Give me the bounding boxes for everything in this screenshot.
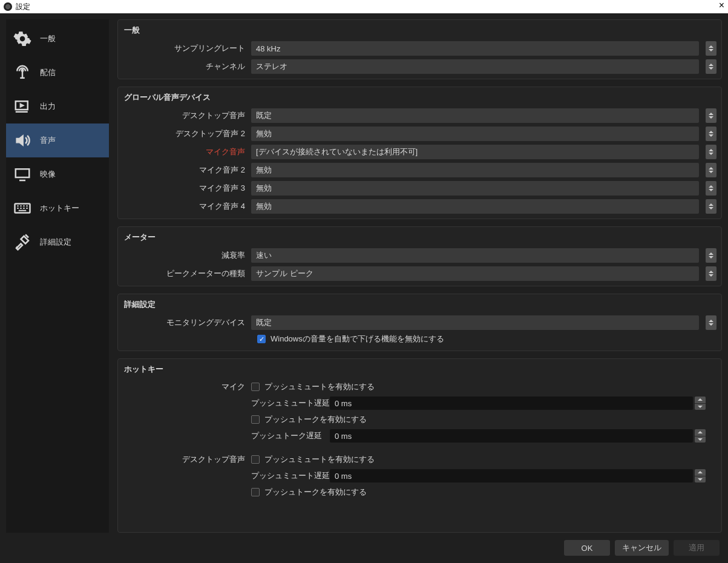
keyboard-icon: [12, 199, 33, 217]
monitor-icon: [12, 165, 33, 183]
desktop-audio-2-select[interactable]: 無効: [251, 127, 699, 141]
group-global-audio: グローバル音声デバイス デスクトップ音声 既定 デスクトップ音声 2 無効 マイ…: [117, 87, 722, 219]
monitoring-device-label: モニタリングデバイス: [118, 317, 251, 328]
group-title: メーター: [118, 227, 721, 246]
desktop-push-talk-checkbox[interactable]: [251, 488, 260, 496]
desktop-push-talk-enable-label: プッシュトークを有効にする: [264, 487, 367, 498]
spinner[interactable]: [706, 108, 717, 123]
group-meter: メーター 減衰率 速い ピークメーターの種類 サンプル ピーク: [117, 226, 722, 286]
titlebar: 設定 ×: [0, 0, 728, 13]
sidebar-item-video[interactable]: 映像: [6, 157, 109, 191]
close-icon[interactable]: ×: [719, 0, 724, 11]
mic-push-talk-delay-input[interactable]: 0 ms: [330, 429, 693, 443]
sidebar-item-advanced[interactable]: 詳細設定: [6, 225, 109, 259]
content-area: 一般 サンプリングレート 48 kHz チャンネル ステレオ グローバル音声デバ…: [117, 19, 722, 533]
group-title: ホットキー: [118, 359, 721, 378]
sidebar-item-label: 詳細設定: [40, 237, 71, 248]
mic-audio-1-label: マイク音声: [118, 147, 251, 157]
sidebar-item-hotkeys[interactable]: ホットキー: [6, 191, 109, 225]
decay-rate-label: 減衰率: [118, 250, 251, 261]
spinner[interactable]: [706, 145, 717, 159]
desktop-audio-1-select[interactable]: 既定: [251, 108, 699, 123]
group-title: 詳細設定: [118, 294, 721, 314]
mic-push-mute-delay-input[interactable]: 0 ms: [330, 397, 693, 410]
mic-push-talk-delay-spinner[interactable]: [695, 429, 706, 443]
ok-button[interactable]: OK: [564, 540, 610, 556]
group-general: 一般 サンプリングレート 48 kHz チャンネル ステレオ: [117, 19, 722, 79]
mic-audio-3-label: マイク音声 3: [118, 183, 251, 194]
tools-icon: [12, 233, 33, 251]
mic-audio-2-select[interactable]: 無効: [251, 163, 699, 177]
obs-logo-icon: [4, 2, 12, 11]
apply-button: 適用: [674, 540, 720, 556]
sidebar-item-label: 映像: [40, 169, 56, 180]
mic-push-talk-enable-label: プッシュトークを有効にする: [264, 414, 367, 425]
sidebar-item-general[interactable]: 一般: [6, 22, 109, 56]
sidebar-item-audio[interactable]: 音声: [6, 123, 109, 157]
mic-audio-2-label: マイク音声 2: [118, 165, 251, 176]
window-title: 設定: [16, 2, 30, 12]
mic-push-mute-delay-spinner[interactable]: [695, 397, 706, 410]
gear-icon: [12, 30, 33, 48]
sidebar-item-output[interactable]: 出力: [6, 90, 109, 123]
desktop-push-mute-checkbox[interactable]: [251, 455, 260, 464]
desktop-audio-1-label: デスクトップ音声: [118, 110, 251, 121]
monitoring-device-select[interactable]: 既定: [251, 315, 699, 330]
mic-audio-1-select[interactable]: [デバイスが接続されていないまたは利用不可]: [251, 145, 699, 159]
desktop-push-mute-delay-spinner[interactable]: [695, 469, 706, 482]
decay-rate-select[interactable]: 速い: [251, 248, 699, 263]
cancel-button[interactable]: キャンセル: [615, 540, 669, 556]
desktop-push-mute-delay-label: プッシュミュート遅延: [251, 470, 330, 481]
channel-label: チャンネル: [118, 61, 251, 72]
spinner[interactable]: [706, 199, 717, 214]
sidebar-item-label: 一般: [40, 33, 56, 44]
desktop-audio-2-label: デスクトップ音声 2: [118, 128, 251, 139]
sampling-rate-label: サンプリングレート: [118, 43, 251, 54]
group-title: グローバル音声デバイス: [118, 87, 721, 107]
peak-type-select[interactable]: サンプル ピーク: [251, 266, 699, 281]
mic-audio-4-label: マイク音声 4: [118, 201, 251, 212]
disable-ducking-checkbox[interactable]: [257, 335, 266, 343]
spinner[interactable]: [706, 163, 717, 177]
spinner[interactable]: [706, 315, 717, 330]
group-advanced: 詳細設定 モニタリングデバイス 既定 Windowsの音量を自動で下げる機能を無…: [117, 294, 722, 351]
mic-audio-4-select[interactable]: 無効: [251, 199, 699, 214]
spinner[interactable]: [706, 248, 717, 263]
hotkey-mic-label: マイク: [118, 381, 251, 392]
spinner[interactable]: [706, 181, 717, 196]
group-title: 一般: [118, 20, 721, 39]
output-icon: [12, 97, 33, 116]
hotkey-desktop-label: デスクトップ音声: [118, 454, 251, 465]
mic-push-mute-delay-label: プッシュミュート遅延: [251, 398, 330, 409]
sidebar-item-label: ホットキー: [40, 203, 79, 214]
sidebar-item-label: 出力: [40, 101, 56, 112]
disable-ducking-label: Windowsの音量を自動で下げる機能を無効にする: [271, 334, 444, 344]
svg-point-0: [21, 69, 24, 71]
mic-push-mute-checkbox[interactable]: [251, 383, 260, 391]
spinner[interactable]: [706, 266, 717, 281]
mic-push-talk-delay-label: プッシュトーク遅延: [251, 430, 330, 441]
antenna-icon: [12, 64, 33, 82]
sidebar-item-label: 音声: [40, 135, 56, 146]
desktop-push-mute-enable-label: プッシュミュートを有効にする: [264, 454, 375, 465]
sampling-rate-select[interactable]: 48 kHz: [251, 41, 699, 56]
footer: OK キャンセル 適用: [0, 533, 728, 563]
sidebar-item-stream[interactable]: 配信: [6, 56, 109, 90]
mic-audio-3-select[interactable]: 無効: [251, 181, 699, 196]
peak-type-label: ピークメーターの種類: [118, 268, 251, 279]
mic-push-mute-enable-label: プッシュミュートを有効にする: [264, 381, 375, 392]
channel-spinner[interactable]: [706, 59, 717, 74]
channel-select[interactable]: ステレオ: [251, 59, 699, 74]
sidebar-item-label: 配信: [40, 67, 56, 78]
speaker-icon: [12, 131, 33, 150]
sampling-rate-spinner[interactable]: [706, 41, 717, 56]
sidebar: 一般 配信 出力 音声 映像: [6, 19, 109, 533]
spinner[interactable]: [706, 127, 717, 141]
group-hotkeys: ホットキー マイク プッシュミュートを有効にする プッシュミュート遅延 0 ms: [117, 358, 722, 533]
mic-push-talk-checkbox[interactable]: [251, 415, 260, 424]
desktop-push-mute-delay-input[interactable]: 0 ms: [330, 469, 693, 482]
